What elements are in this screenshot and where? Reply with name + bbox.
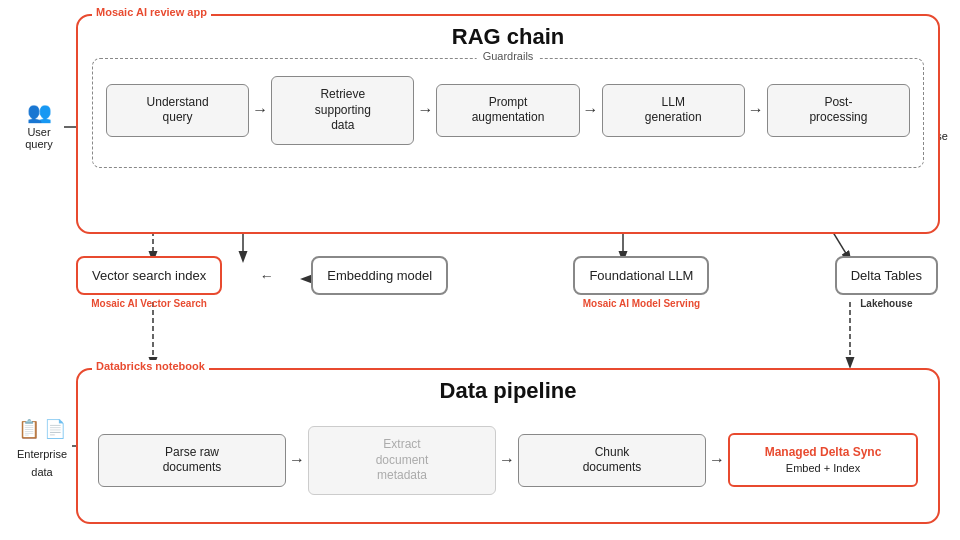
step-llm-gen: LLMgeneration: [602, 84, 745, 137]
enterprise-icons: 📋 📄: [8, 418, 76, 440]
middle-row: Vector search index Mosaic AI Vector Sea…: [76, 256, 938, 309]
foundational-label: Foundational LLM: [589, 268, 693, 283]
pipeline-steps: Understandquery → Retrievesupportingdata…: [106, 76, 910, 145]
delta-tables-box: Delta Tables: [835, 256, 938, 295]
guardrails-label: Guardrails: [477, 50, 540, 62]
user-query: 👥 User query: [10, 100, 68, 150]
delta-tables-group: Delta Tables Lakehouse: [835, 256, 938, 309]
rag-app-label: Mosaic AI review app: [92, 6, 211, 18]
vector-search-group: Vector search index Mosaic AI Vector Sea…: [76, 256, 222, 309]
embedding-box: Embedding model: [311, 256, 448, 295]
dp-step-extract: Extractdocumentmetadata: [308, 426, 496, 495]
enterprise-data: 📋 📄 Enterprise data: [8, 418, 76, 480]
dp-step-parse: Parse rawdocuments: [98, 434, 286, 487]
foundational-box: Foundational LLM: [573, 256, 709, 295]
dp-notebook-label: Databricks notebook: [92, 360, 209, 372]
dp-steps: Parse rawdocuments → Extractdocumentmeta…: [98, 426, 918, 495]
rag-chain-box: Mosaic AI review app RAG chain Guardrail…: [76, 14, 940, 234]
foundational-sublabel: Mosaic AI Model Serving: [583, 298, 700, 309]
dp-title: Data pipeline: [78, 378, 938, 404]
delta-tables-label: Delta Tables: [851, 268, 922, 283]
vector-search-sublabel: Mosaic AI Vector Search: [91, 298, 207, 309]
enterprise-label: Enterprise data: [17, 448, 67, 478]
delta-sublabel: Lakehouse: [860, 298, 912, 309]
dp-arrow-3: →: [706, 451, 728, 469]
emb-arrow-group: ←: [260, 256, 274, 284]
embedding-label: Embedding model: [327, 268, 432, 283]
dp-step-chunk: Chunkdocuments: [518, 434, 706, 487]
arrow-1: →: [249, 101, 271, 119]
vector-search-box: Vector search index: [76, 256, 222, 295]
foundational-group: Foundational LLM Mosaic AI Model Serving: [573, 256, 709, 309]
data-pipeline-box: Databricks notebook Data pipeline Parse …: [76, 368, 940, 524]
arrow-4: →: [745, 101, 767, 119]
step-understand-query: Understandquery: [106, 84, 249, 137]
dp-arrow-2: →: [496, 451, 518, 469]
managed-delta-title: Managed Delta Sync: [738, 445, 908, 461]
vector-search-label: Vector search index: [92, 268, 206, 283]
arrow-3: →: [580, 101, 602, 119]
doc-icon-1: 📋: [18, 418, 40, 440]
managed-delta-sub: Embed + Index: [738, 461, 908, 475]
step-prompt-aug: Promptaugmentation: [436, 84, 579, 137]
step-retrieve-data: Retrievesupportingdata: [271, 76, 414, 145]
emb-left-arrow: ←: [260, 268, 274, 284]
arrow-2: →: [414, 101, 436, 119]
dp-step-managed: Managed Delta Sync Embed + Index: [728, 433, 918, 487]
dp-arrow-1: →: [286, 451, 308, 469]
diagram: 👥 User query 👥 Response to user Mosaic A…: [0, 0, 960, 540]
user-query-label: User query: [25, 126, 53, 150]
user-icon: 👥: [10, 100, 68, 124]
doc-icon-2: 📄: [44, 418, 66, 440]
step-post-proc: Post-processing: [767, 84, 910, 137]
rag-title: RAG chain: [78, 24, 938, 50]
embedding-group: Embedding model: [311, 256, 448, 295]
